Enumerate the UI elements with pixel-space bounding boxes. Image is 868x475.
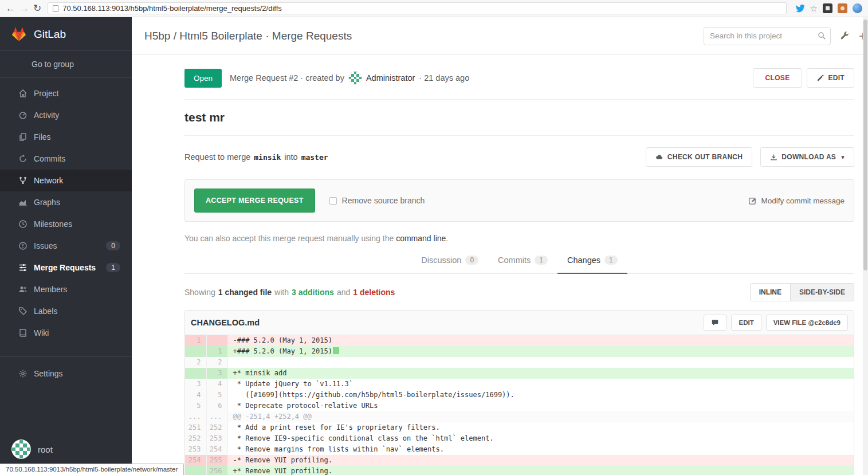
modify-commit-message-link[interactable]: Modify commit message bbox=[748, 197, 845, 205]
sidebar-item-graphs[interactable]: Graphs bbox=[0, 191, 132, 213]
author-name[interactable]: Administrator bbox=[366, 73, 415, 83]
old-line-number[interactable]: 5 bbox=[185, 401, 206, 411]
page-scrollbar[interactable] bbox=[863, 17, 868, 475]
old-line-number[interactable] bbox=[185, 346, 206, 357]
sidebar-item-merge-requests[interactable]: Merge Requests1 bbox=[0, 257, 132, 278]
bookmark-star-icon[interactable]: ☆ bbox=[810, 3, 818, 14]
admin-wrench-icon[interactable] bbox=[840, 31, 850, 41]
new-line-number[interactable]: 2 bbox=[206, 357, 227, 368]
old-line-number[interactable]: 251 bbox=[185, 422, 206, 433]
sidebar-item-network[interactable]: Network bbox=[0, 170, 132, 191]
new-line-number[interactable]: 255 bbox=[206, 455, 227, 466]
check-out-branch-button[interactable]: CHECK OUT BRANCH bbox=[646, 147, 752, 167]
new-line-number[interactable]: 6 bbox=[206, 401, 227, 411]
gear-icon bbox=[18, 369, 28, 378]
inline-view-button[interactable]: INLINE bbox=[751, 284, 790, 301]
new-line-number[interactable]: 253 bbox=[206, 433, 227, 444]
command-line-link[interactable]: command line bbox=[396, 234, 446, 243]
sidebar-item-wiki[interactable]: Wiki bbox=[0, 322, 132, 344]
sidebar-item-project[interactable]: Project bbox=[0, 83, 132, 104]
accept-merge-request-button[interactable]: ACCEPT MERGE REQUEST bbox=[194, 189, 315, 213]
old-line-number[interactable]: ... bbox=[185, 411, 206, 422]
sidebar-item-issues[interactable]: Issues0 bbox=[0, 235, 132, 257]
accept-widget: ACCEPT MERGE REQUEST Remove source branc… bbox=[184, 179, 854, 222]
toggle-comments-button[interactable] bbox=[704, 315, 726, 331]
new-line-number[interactable]: 3 bbox=[206, 368, 227, 379]
tab-label: Discussion bbox=[421, 256, 461, 265]
old-line-number[interactable]: 4 bbox=[185, 390, 206, 401]
download-as-button[interactable]: DOWNLOAD AS ▾ bbox=[760, 147, 854, 167]
view-file-button[interactable]: VIEW FILE @c2c8dc9 bbox=[766, 315, 848, 331]
browser-profile-icon[interactable] bbox=[853, 3, 862, 13]
sidebar: GitLab Go to group ProjectActivityFilesC… bbox=[0, 17, 132, 475]
sidebar-item-milestones[interactable]: Milestones bbox=[0, 213, 132, 235]
browser-back-icon[interactable]: ← bbox=[6, 3, 15, 13]
diff-line-code: ([#1699](https://github.com/h5bp/html5-b… bbox=[227, 390, 854, 401]
file-name[interactable]: CHANGELOG.md bbox=[191, 318, 260, 327]
diff-line-code: -* Remove YUI profiling. bbox=[227, 455, 854, 466]
go-to-group-link[interactable]: Go to group bbox=[0, 51, 132, 78]
browser-forward-icon[interactable]: → bbox=[19, 3, 29, 13]
sidebar-item-members[interactable]: Members bbox=[0, 278, 132, 300]
old-line-number[interactable]: 253 bbox=[185, 444, 206, 455]
old-line-number[interactable]: 1 bbox=[185, 335, 206, 346]
pencil-icon bbox=[816, 74, 824, 82]
gitlab-tanuki-icon bbox=[10, 26, 28, 42]
mr-title: test mr bbox=[184, 100, 854, 136]
side-by-side-view-button[interactable]: SIDE-BY-SIDE bbox=[790, 284, 854, 301]
new-line-number[interactable] bbox=[206, 335, 227, 346]
new-line-number[interactable]: ... bbox=[206, 411, 227, 422]
diff-file: CHANGELOG.md EDIT VIEW FILE @c2c8dc9 1-#… bbox=[184, 310, 854, 475]
current-user-row[interactable]: root bbox=[0, 439, 132, 459]
old-line-number[interactable]: 252 bbox=[185, 433, 206, 444]
diff-line: 34 * Update jQuery to `v1.11.3` bbox=[185, 379, 854, 390]
new-line-number[interactable]: 254 bbox=[206, 444, 227, 455]
scrollbar-thumb[interactable] bbox=[863, 19, 867, 270]
browser-url-bar[interactable]: 70.50.168.113:9013/h5bp/html5-boilerplat… bbox=[48, 2, 786, 14]
old-line-number[interactable]: 3 bbox=[185, 379, 206, 390]
labels-icon bbox=[18, 307, 28, 316]
twitter-icon[interactable] bbox=[795, 3, 805, 13]
remove-source-branch-option[interactable]: Remove source branch bbox=[329, 196, 425, 205]
new-line-number[interactable]: 252 bbox=[206, 422, 227, 433]
search-input[interactable] bbox=[704, 27, 831, 45]
sidebar-item-settings[interactable]: Settings bbox=[0, 363, 132, 384]
extension-icon-2[interactable] bbox=[838, 3, 847, 13]
diff-line: 45 ([#1699](https://github.com/h5bp/html… bbox=[185, 390, 854, 401]
sidebar-item-labels[interactable]: Labels bbox=[0, 300, 132, 322]
author-avatar[interactable] bbox=[348, 71, 362, 85]
new-line-number[interactable]: 4 bbox=[206, 379, 227, 390]
comment-icon bbox=[711, 319, 719, 327]
page-icon bbox=[53, 5, 58, 12]
sidebar-item-commits[interactable]: Commits bbox=[0, 148, 132, 170]
new-line-number[interactable]: 256 bbox=[206, 466, 227, 475]
mr-meta-prefix: Merge Request #2 · created by bbox=[230, 73, 344, 83]
sidebar-item-files[interactable]: Files bbox=[0, 126, 132, 148]
extension-icon-1[interactable] bbox=[823, 3, 832, 13]
new-line-number[interactable]: 1 bbox=[206, 346, 227, 357]
diff-line: 3+* minsik add bbox=[185, 368, 854, 379]
edit-mr-button[interactable]: EDIT bbox=[807, 68, 854, 88]
tab-commits[interactable]: Commits1 bbox=[488, 248, 557, 274]
new-line-number[interactable]: 5 bbox=[206, 390, 227, 401]
breadcrumb: H5bp / Html5 Boilerplate · Merge Request… bbox=[144, 30, 694, 42]
edit-file-button[interactable]: EDIT bbox=[731, 315, 761, 331]
brand-name: GitLab bbox=[34, 28, 66, 41]
sidebar-item-activity[interactable]: Activity bbox=[0, 104, 132, 126]
old-line-number[interactable] bbox=[185, 466, 206, 475]
top-header: H5bp / Html5 Boilerplate · Merge Request… bbox=[132, 17, 868, 55]
mr-tabs: Discussion0Commits1Changes1 bbox=[184, 248, 854, 274]
old-line-number[interactable] bbox=[185, 368, 206, 379]
gitlab-home-link[interactable]: GitLab bbox=[0, 17, 132, 51]
remove-source-branch-checkbox[interactable] bbox=[329, 197, 337, 205]
diff-table-body: 1-### 5.2.0 (May 1, 2015)1+### 5.2.0 (Ma… bbox=[185, 335, 854, 475]
old-line-number[interactable]: 2 bbox=[185, 357, 206, 368]
close-mr-button[interactable]: CLOSE bbox=[753, 68, 803, 88]
diff-line: 256+* Remove YUI profiling. bbox=[185, 466, 854, 475]
browser-url[interactable]: 70.50.168.113:9013/h5bp/html5-boilerplat… bbox=[62, 4, 282, 13]
browser-refresh-icon[interactable]: ↻ bbox=[33, 3, 41, 13]
old-line-number[interactable]: 254 bbox=[185, 455, 206, 466]
tab-changes[interactable]: Changes1 bbox=[557, 248, 627, 274]
tab-discussion[interactable]: Discussion0 bbox=[411, 248, 488, 274]
home-icon bbox=[18, 89, 28, 98]
